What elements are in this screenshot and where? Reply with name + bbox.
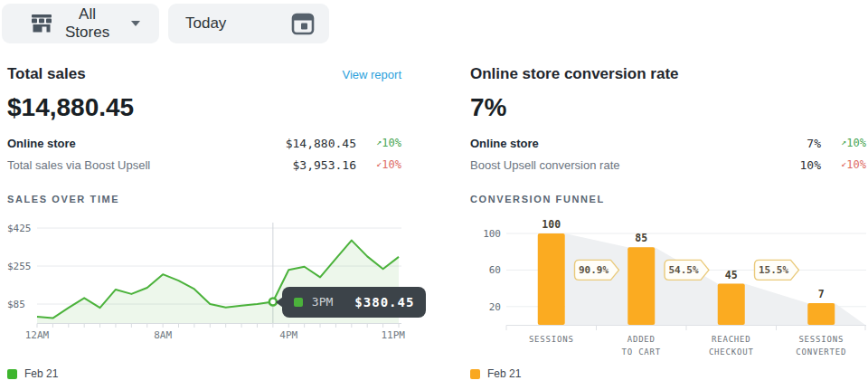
legend-swatch [7, 369, 17, 379]
metric-value: 7% [539, 137, 830, 150]
svg-text:90.9%: 90.9% [579, 264, 609, 276]
sales-line-chart-svg[interactable]: $85$255$42512AM8AM4PM11PM [7, 215, 401, 353]
tooltip-value: $380.45 [354, 295, 414, 309]
svg-text:CONVERTED: CONVERTED [796, 347, 846, 357]
svg-text:11PM: 11PM [382, 329, 406, 341]
svg-text:20: 20 [489, 301, 501, 313]
date-selector-label: Today [185, 14, 226, 33]
topbar: All Stores Today [2, 4, 329, 43]
conversion-rate-title: Online store conversion rate [470, 65, 679, 83]
metric-row-boost-upsell-rate: Boost Upsell conversion rate 10% ↙10% [470, 154, 866, 176]
svg-text:12AM: 12AM [25, 329, 50, 341]
svg-text:15.5%: 15.5% [759, 264, 788, 276]
conversion-rate-panel: Online store conversion rate 7% Online s… [470, 65, 866, 380]
delta-badge: ↙10% [830, 158, 866, 171]
trend-down-icon: ↙ [841, 158, 846, 168]
total-sales-metrics: Online store $14,880.45 ↗10% Total sales… [7, 132, 401, 176]
trend-down-icon: ↙ [376, 158, 382, 168]
trend-up-icon: ↗ [841, 137, 846, 147]
metric-label: Online store [470, 137, 539, 150]
svg-text:$255: $255 [7, 261, 32, 272]
svg-text:$425: $425 [7, 223, 32, 234]
sales-over-time-chart[interactable]: $85$255$42512AM8AM4PM11PM 3PM $380.45 [7, 215, 401, 353]
conversion-funnel-chart[interactable]: 20601001008545790.9%54.5%15.5%SESSIONSAD… [470, 215, 866, 362]
funnel-legend: Feb 21 [470, 367, 866, 380]
total-sales-panel: Total sales View report $14,880.45 Onlin… [7, 65, 401, 380]
conversion-rate-value: 7% [470, 92, 866, 123]
legend-label: Feb 21 [487, 367, 521, 380]
metric-label: Boost Upsell conversion rate [470, 158, 619, 172]
delta-badge: ↗10% [365, 137, 401, 149]
metric-value: 10% [619, 158, 830, 172]
store-selector-button[interactable]: All Stores [2, 4, 159, 43]
svg-text:100: 100 [483, 228, 501, 240]
series-swatch [294, 298, 303, 307]
metric-value: $3,953.16 [150, 158, 365, 172]
conversion-funnel-header: CONVERSION FUNNEL [470, 194, 866, 206]
legend-label: Feb 21 [24, 367, 58, 380]
delta-badge: ↗10% [830, 137, 866, 149]
svg-text:8AM: 8AM [154, 329, 172, 341]
svg-text:$85: $85 [7, 299, 25, 310]
svg-text:45: 45 [725, 269, 738, 281]
store-selector-label: All Stores [65, 5, 109, 42]
metric-row-online-store: Online store $14,880.45 ↗10% [7, 132, 401, 154]
svg-text:60: 60 [489, 264, 501, 276]
sales-over-time-header: SALES OVER TIME [7, 194, 401, 206]
svg-text:TO CART: TO CART [621, 347, 661, 357]
date-selector-button[interactable]: Today [168, 4, 329, 43]
chevron-down-icon [131, 21, 140, 26]
svg-text:7: 7 [818, 288, 825, 300]
svg-text:ADDED: ADDED [627, 335, 656, 344]
metric-row-boost-upsell: Total sales via Boost Upsell $3,953.16 ↙… [7, 154, 401, 176]
store-icon [29, 12, 54, 35]
trend-up-icon: ↗ [376, 137, 382, 147]
calendar-icon [289, 10, 316, 37]
delta-badge: ↙10% [365, 158, 401, 171]
svg-text:85: 85 [635, 232, 647, 244]
tooltip-time: 3PM [312, 295, 333, 309]
view-report-link[interactable]: View report [342, 68, 401, 81]
funnel-bar-chart-svg[interactable]: 20601001008545790.9%54.5%15.5%SESSIONSAD… [470, 215, 866, 362]
legend-swatch [470, 369, 480, 379]
svg-text:100: 100 [542, 218, 561, 231]
sales-legend: Feb 21 [7, 367, 401, 380]
svg-text:CHECKOUT: CHECKOUT [709, 347, 754, 357]
svg-text:SESSIONS: SESSIONS [529, 335, 574, 344]
metric-label: Total sales via Boost Upsell [7, 158, 150, 172]
svg-text:4PM: 4PM [279, 329, 297, 341]
metric-label: Online store [7, 137, 76, 150]
svg-text:REACHED: REACHED [712, 335, 751, 344]
total-sales-title: Total sales [7, 65, 86, 83]
total-sales-value: $14,880.45 [7, 92, 401, 123]
metric-row-online-store-rate: Online store 7% ↗10% [470, 132, 866, 154]
svg-text:SESSIONS: SESSIONS [798, 335, 844, 344]
chart-tooltip: 3PM $380.45 [282, 287, 427, 318]
conversion-metrics: Online store 7% ↗10% Boost Upsell conver… [470, 132, 866, 176]
metric-value: $14,880.45 [76, 137, 365, 150]
svg-text:54.5%: 54.5% [668, 264, 698, 276]
